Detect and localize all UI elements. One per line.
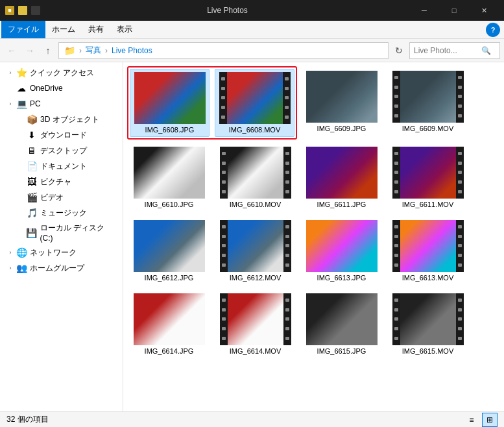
film-hole xyxy=(222,225,226,228)
help-button[interactable]: ? xyxy=(486,23,500,37)
file-item-6608jpg[interactable]: IMG_6608.JPG xyxy=(130,69,210,137)
file-label-6615jpg: IMG_6615.JPG xyxy=(306,347,378,355)
expand-arrow: › xyxy=(5,247,16,258)
film-holes-left xyxy=(392,71,400,123)
film-hole xyxy=(222,308,226,311)
file-label-6609jpg: IMG_6609.JPG xyxy=(306,125,378,132)
file-item-6612jpg[interactable]: IMG_6612.JPG xyxy=(128,217,210,285)
file-item-6615mov[interactable]: IMG_6615.MOV xyxy=(387,290,468,358)
sidebar-icon-pc: 💻 xyxy=(16,98,27,110)
selection-group: IMG_6608.JPGIMG_6608.MOV xyxy=(128,67,296,138)
file-item-6609jpg[interactable]: IMG_6609.JPG xyxy=(301,67,382,138)
film-hole xyxy=(285,327,289,330)
file-thumb-6613mov xyxy=(392,220,464,272)
film-hole xyxy=(394,190,398,193)
film-holes-left xyxy=(392,293,400,345)
film-hole xyxy=(394,308,398,311)
file-label-6610jpg: IMG_6610.JPG xyxy=(134,201,205,208)
sidebar-item-local-disk[interactable]: 💾ローカル ディスク (C:) xyxy=(0,221,123,245)
film-hole xyxy=(285,87,289,90)
file-label-6615mov: IMG_6615.MOV xyxy=(392,347,464,355)
film-hole xyxy=(221,116,225,119)
sidebar-item-3d[interactable]: 📦3D オブジェクト xyxy=(0,112,123,127)
film-holes-right xyxy=(456,293,464,345)
file-item-6614jpg[interactable]: IMG_6614.JPG xyxy=(128,290,210,358)
expand-arrow: › xyxy=(5,99,16,109)
film-holes-right xyxy=(456,71,464,123)
path-livephotos[interactable]: Live Photos xyxy=(112,46,152,55)
nav-up-button[interactable]: ↑ xyxy=(40,43,56,58)
menu-home[interactable]: ホーム xyxy=(45,21,82,38)
file-label-6613mov: IMG_6613.MOV xyxy=(392,274,464,282)
search-icon: 🔍 xyxy=(481,46,491,55)
sidebar-item-documents[interactable]: 📄ドキュメント xyxy=(0,158,123,174)
file-thumb-6610mov xyxy=(220,147,291,199)
film-hole xyxy=(458,308,462,311)
file-item-6611jpg[interactable]: IMG_6611.JPG xyxy=(301,143,382,212)
film-hole xyxy=(285,308,289,311)
sidebar-item-videos[interactable]: 🎬ビデオ xyxy=(0,189,123,205)
menu-view[interactable]: 表示 xyxy=(110,21,139,38)
file-thumb-6615jpg xyxy=(306,293,378,345)
sidebar-icon-pictures: 🖼 xyxy=(26,176,38,188)
nav-back-button[interactable]: ← xyxy=(4,43,19,58)
address-bar: ← → ↑ 📁 › 写真 › Live Photos ↻ 🔍 xyxy=(0,39,504,62)
menu-file[interactable]: ファイル xyxy=(1,21,45,38)
sidebar-item-pc[interactable]: ›💻PC xyxy=(0,96,123,112)
film-hole xyxy=(285,337,289,340)
address-path[interactable]: 📁 › 写真 › Live Photos xyxy=(58,42,389,59)
maximize-button[interactable]: □ xyxy=(439,0,469,21)
file-item-6613mov[interactable]: IMG_6613.MOV xyxy=(387,217,468,285)
file-item-6611mov[interactable]: IMG_6611.MOV xyxy=(387,143,468,212)
file-label-6613jpg: IMG_6613.JPG xyxy=(306,274,378,282)
menu-share[interactable]: 共有 xyxy=(82,21,110,38)
title-bar: ■ Live Photos ─ □ ✕ xyxy=(0,0,504,21)
film-hole xyxy=(222,327,226,330)
search-box[interactable]: 🔍 xyxy=(409,42,500,59)
close-button[interactable]: ✕ xyxy=(469,0,499,21)
sidebar-label-local-disk: ローカル ディスク (C:) xyxy=(40,223,117,243)
film-hole xyxy=(458,171,462,174)
film-hole xyxy=(458,299,462,302)
film-hole xyxy=(222,263,226,267)
search-input[interactable] xyxy=(414,46,479,55)
sidebar-item-pictures[interactable]: 🖼ビクチャ xyxy=(0,174,123,189)
film-hole xyxy=(285,180,289,184)
film-hole xyxy=(394,180,398,184)
file-label-6614jpg: IMG_6614.JPG xyxy=(134,347,205,355)
sidebar-item-download[interactable]: ⬇ダウンロード xyxy=(0,127,123,143)
sidebar-icon-local-disk: 💾 xyxy=(26,227,38,239)
film-holes-right xyxy=(456,147,464,199)
file-thumb-6610jpg xyxy=(134,147,205,199)
sidebar-item-homegroup[interactable]: ›👥ホームグループ xyxy=(0,260,123,276)
sidebar-item-onedrive[interactable]: ☁OneDrive xyxy=(0,80,123,96)
file-item-6615jpg[interactable]: IMG_6615.JPG xyxy=(301,290,382,358)
file-label-6608jpg: IMG_6608.JPG xyxy=(134,126,206,134)
film-hole xyxy=(222,299,226,302)
file-thumb-6609jpg xyxy=(306,71,378,123)
sidebar-item-music[interactable]: 🎵ミュージック xyxy=(0,205,123,221)
film-holes-right xyxy=(283,293,291,345)
path-photos[interactable]: 写真 xyxy=(86,45,101,56)
refresh-button[interactable]: ↻ xyxy=(391,43,407,58)
film-hole xyxy=(221,106,225,109)
sidebar-item-quick-access[interactable]: ›⭐クイック アクセス xyxy=(0,65,123,80)
film-hole xyxy=(285,152,289,155)
path-separator-2: › xyxy=(105,46,108,55)
sidebar-item-desktop[interactable]: 🖥デスクトップ xyxy=(0,143,123,158)
file-item-6613jpg[interactable]: IMG_6613.JPG xyxy=(301,217,382,285)
sidebar-item-network[interactable]: ›🌐ネットワーク xyxy=(0,245,123,260)
file-item-6612mov[interactable]: IMG_6612.MOV xyxy=(215,217,296,285)
film-hole xyxy=(394,86,398,89)
list-view-button[interactable]: ≡ xyxy=(464,413,479,427)
file-item-6610jpg[interactable]: IMG_6610.JPG xyxy=(128,143,210,212)
film-holes-right xyxy=(283,220,291,272)
file-item-6608mov[interactable]: IMG_6608.MOV xyxy=(215,69,294,137)
film-holes-left xyxy=(220,220,228,272)
nav-forward-button[interactable]: → xyxy=(22,43,38,58)
file-item-6609mov[interactable]: IMG_6609.MOV xyxy=(387,67,468,138)
file-item-6610mov[interactable]: IMG_6610.MOV xyxy=(215,143,296,212)
grid-view-button[interactable]: ⊞ xyxy=(482,413,498,427)
minimize-button[interactable]: ─ xyxy=(409,0,439,21)
file-item-6614mov[interactable]: IMG_6614.MOV xyxy=(215,290,296,358)
